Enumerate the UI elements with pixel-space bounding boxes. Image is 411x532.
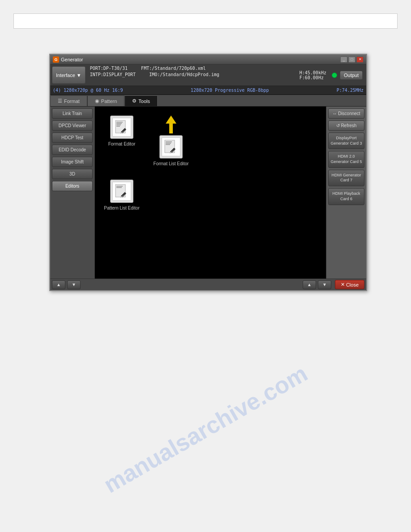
arrow-body (169, 124, 173, 133)
sidebar-hdcp-test[interactable]: HDCP Test (52, 133, 93, 143)
pattern-list-editor-label: Pattern List Editor (104, 206, 139, 210)
pattern-list-editor-icon[interactable] (110, 180, 133, 203)
sidebar-link-train[interactable]: Link Train (52, 108, 93, 119)
main-layout: Link Train DPCD Viewer HDCP Test EDID De… (50, 107, 366, 279)
maximize-button[interactable]: □ (348, 56, 355, 63)
nav-down-button[interactable]: ▼ (67, 280, 81, 289)
interface-dropdown-icon: ▼ (77, 73, 81, 78)
svg-rect-2 (116, 123, 122, 124)
status-right: P:74.25MHz (337, 88, 364, 93)
fmt-info: FMT:/Standard/720p60.xml (141, 66, 206, 71)
sidebar: Link Train DPCD Viewer HDCP Test EDID De… (50, 107, 95, 279)
format-tab-icon: ☰ (58, 98, 62, 104)
disconnect-label: Disconnect (338, 111, 360, 116)
nav-up-button[interactable]: ▲ (52, 280, 65, 289)
refresh-label: Refresh (341, 123, 356, 128)
output-status-dot (332, 73, 337, 78)
right-panel: ↔ Disconnect ↺ Refresh DisplayPort Gener… (326, 107, 366, 279)
watermark: manualsarchive.com (99, 360, 312, 498)
editor-grid: Format Editor (95, 107, 326, 219)
close-label: Close (346, 282, 359, 287)
bottom-bar: ▲ ▼ ▲ ▼ ✕ Close (50, 279, 366, 290)
status-left: (4) 1280x720p @ 60 Hz 16:9 (53, 88, 123, 93)
left-nav-buttons: ▲ ▼ (52, 280, 81, 289)
dp-generator-card-3-button[interactable]: DisplayPort Generator Card 3 (328, 133, 364, 149)
format-editor-icon-inner (112, 118, 131, 137)
svg-rect-18 (116, 186, 123, 187)
output-section: Output (328, 64, 366, 86)
format-editor-item[interactable]: Format Editor (104, 116, 140, 146)
sidebar-3d[interactable]: 3D (52, 169, 93, 179)
titlebar-buttons: _ □ ✕ (340, 56, 364, 63)
hdmi2-generator-card-5-button[interactable]: HDMI 2.0 Generator Card 5 (328, 151, 364, 167)
sidebar-image-shift[interactable]: Image Shift (52, 157, 93, 167)
arrow-indicator (166, 116, 176, 133)
tools-tab-label: Tools (138, 99, 150, 104)
format-list-editor-svg (163, 139, 179, 154)
info-bar: Interface ▼ PORT:DP-T30/31 FMT:/Standard… (50, 64, 366, 86)
pattern-list-editor-icon-inner (112, 182, 131, 201)
info-middle: PORT:DP-T30/31 FMT:/Standard/720p60.xml … (87, 64, 298, 86)
hdmi-playback-card-6-button[interactable]: HDMI Playback Card 6 (328, 188, 364, 205)
right-nav-buttons: ▲ ▼ (303, 280, 331, 289)
tab-bar: ☰ Format ◉ Pattern ⚙ Tools (50, 95, 366, 107)
tab-pattern[interactable]: ◉ Pattern (87, 95, 124, 106)
tab-format[interactable]: ☰ Format (50, 95, 87, 106)
format-editor-icon[interactable] (110, 116, 133, 139)
second-row: Pattern List Editor (104, 180, 317, 210)
svg-rect-11 (166, 143, 171, 144)
format-list-editor-label: Format List Editor (154, 161, 189, 166)
refresh-button[interactable]: ↺ Refresh (328, 120, 364, 131)
tab-tools[interactable]: ⚙ Tools (124, 95, 158, 106)
hdmi-generator-card-7-button[interactable]: HDMI Generator Card 7 (328, 170, 364, 186)
format-tab-label: Format (64, 99, 80, 104)
disconnect-button[interactable]: ↔ Disconnect (328, 108, 364, 119)
titlebar-left: G Generator (53, 56, 83, 63)
close-button[interactable]: ✕ Close (335, 280, 364, 289)
svg-rect-1 (116, 122, 123, 123)
svg-rect-4 (116, 126, 120, 127)
format-list-editor-icon[interactable] (159, 135, 183, 159)
svg-rect-12 (166, 144, 170, 145)
sidebar-editors[interactable]: Editors (52, 181, 93, 191)
minimize-button[interactable]: _ (340, 56, 347, 63)
intp-info: INTP:DISPLAY_PORT (90, 72, 136, 77)
app-window: G Generator _ □ ✕ Interface ▼ PORT:DP-T3… (49, 54, 367, 291)
disconnect-icon: ↔ (332, 111, 337, 116)
output-button[interactable]: Output (340, 71, 363, 80)
port-info: PORT:DP-T30/31 (90, 66, 128, 71)
right-nav-up-button[interactable]: ▲ (303, 280, 316, 289)
imo-info: IMO:/Standard/HdcpProd.img (149, 72, 219, 77)
close-icon: ✕ (341, 282, 345, 287)
top-bar (13, 13, 398, 29)
tools-tab-icon: ⚙ (132, 98, 137, 104)
titlebar: G Generator _ □ ✕ (50, 55, 366, 64)
titlebar-title: Generator (61, 57, 83, 62)
refresh-icon: ↺ (336, 123, 340, 128)
format-list-editor-wrapper: Format List Editor (153, 116, 189, 166)
arrow-head (166, 116, 176, 124)
pattern-list-editor-item[interactable]: Pattern List Editor (104, 180, 140, 210)
format-list-editor-item[interactable]: Format List Editor (153, 135, 189, 166)
port-info-line: PORT:DP-T30/31 FMT:/Standard/720p60.xml (90, 65, 295, 72)
svg-rect-19 (116, 187, 122, 188)
pattern-list-editor-svg (114, 184, 129, 199)
app-icon: G (53, 56, 59, 63)
pattern-tab-icon: ◉ (95, 98, 99, 104)
svg-rect-10 (166, 142, 172, 142)
status-bar: (4) 1280x720p @ 60 Hz 16:9 1280x720 Prog… (50, 86, 366, 95)
sidebar-edid-decode[interactable]: EDID Decode (52, 145, 93, 155)
content-area: Format Editor (95, 107, 326, 279)
format-editor-svg (114, 120, 129, 135)
interface-label: Interface (56, 73, 75, 78)
status-center: 1280x720 Progressive RGB-8bpp (191, 88, 269, 93)
svg-rect-3 (116, 124, 121, 125)
f-freq: F:60.00Hz (300, 75, 326, 80)
window-close-button[interactable]: ✕ (356, 56, 364, 63)
h-freq: H:45.00kHz (300, 70, 326, 75)
pattern-tab-label: Pattern (101, 99, 117, 104)
sidebar-dpcd-viewer[interactable]: DPCD Viewer (52, 120, 93, 131)
interface-button[interactable]: Interface ▼ (52, 66, 86, 84)
right-nav-down-button[interactable]: ▼ (318, 280, 331, 289)
intp-info-line: INTP:DISPLAY_PORT IMO:/Standard/HdcpProd… (90, 72, 295, 78)
